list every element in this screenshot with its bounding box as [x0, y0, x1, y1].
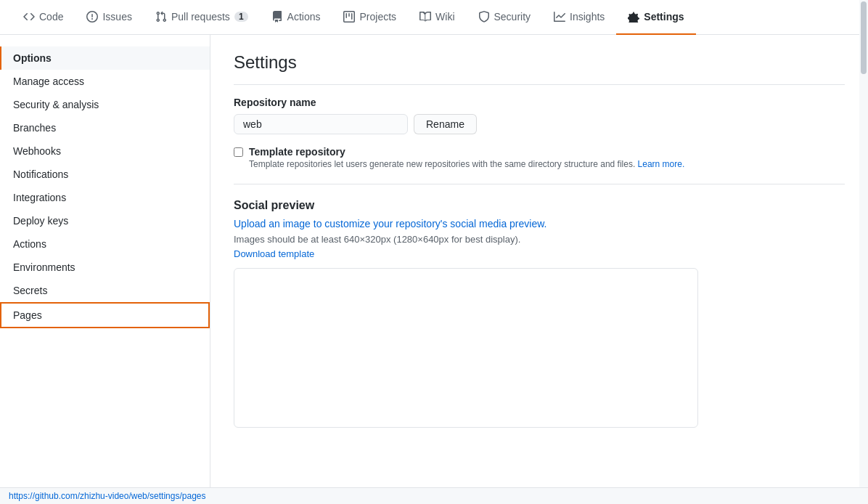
settings-icon [628, 11, 639, 23]
download-template-link[interactable]: Download template [234, 248, 314, 259]
repo-name-label: Repository name [234, 97, 845, 108]
security-icon [478, 11, 490, 23]
sidebar-item-webhooks[interactable]: Webhooks [0, 139, 210, 163]
nav-issues[interactable]: Issues [75, 0, 143, 35]
nav-actions[interactable]: Actions [260, 0, 332, 35]
sidebar: Options Manage access Security & analysi… [0, 35, 210, 504]
template-description: Template repositories let users generate… [249, 159, 684, 169]
sidebar-item-integrations-label: Integrations [13, 192, 66, 203]
nav-pull-requests[interactable]: Pull requests 1 [144, 0, 260, 35]
pr-badge: 1 [234, 12, 248, 22]
top-navigation: Code Issues Pull requests 1 Actions Proj… [0, 0, 868, 35]
sidebar-item-manage-access[interactable]: Manage access [0, 70, 210, 93]
sidebar-item-pages-label: Pages [13, 309, 42, 321]
template-desc-text: Template repositories let users generate… [249, 159, 635, 169]
sidebar-item-branches[interactable]: Branches [0, 116, 210, 139]
nav-insights-label: Insights [570, 11, 605, 23]
scrollbar-thumb[interactable] [861, 1, 867, 74]
content-wrapper: Options Manage access Security & analysi… [0, 35, 868, 504]
template-checkbox[interactable] [234, 147, 243, 157]
template-row: Template repository Template repositorie… [234, 146, 845, 169]
sidebar-item-environments-label: Environments [13, 261, 75, 273]
status-bar-url: https://github.com/zhizhu-video/web/sett… [9, 491, 206, 501]
actions-icon [271, 11, 283, 23]
issue-icon [86, 11, 98, 23]
nav-wiki-label: Wiki [435, 11, 454, 23]
sidebar-item-options-label: Options [13, 52, 52, 64]
repo-name-row: Rename [234, 114, 845, 134]
page-title: Settings [234, 52, 845, 85]
sidebar-item-security-analysis-label: Security & analysis [13, 99, 99, 110]
nav-insights[interactable]: Insights [542, 0, 616, 35]
pr-icon [155, 11, 167, 23]
repo-name-input[interactable] [234, 114, 408, 134]
section-divider [234, 184, 845, 184]
nav-security[interactable]: Security [467, 0, 543, 35]
sidebar-item-notifications[interactable]: Notifications [0, 163, 210, 186]
scrollbar[interactable] [859, 0, 868, 504]
nav-issues-label: Issues [102, 11, 131, 23]
projects-icon [343, 11, 355, 23]
wiki-icon [419, 11, 431, 23]
template-label: Template repository [249, 146, 684, 158]
sidebar-item-deploy-keys[interactable]: Deploy keys [0, 209, 210, 232]
insights-icon [554, 11, 565, 23]
sidebar-item-options[interactable]: Options [0, 46, 210, 70]
sidebar-item-manage-access-label: Manage access [13, 76, 84, 87]
sidebar-item-deploy-keys-label: Deploy keys [13, 215, 68, 227]
nav-security-label: Security [494, 11, 531, 23]
sidebar-item-actions[interactable]: Actions [0, 232, 210, 256]
nav-code-label: Code [39, 11, 63, 23]
template-learn-more-link[interactable]: Learn more. [638, 159, 685, 169]
sidebar-item-actions-label: Actions [13, 238, 46, 250]
sidebar-item-notifications-label: Notifications [13, 168, 68, 180]
social-preview-box [234, 268, 698, 428]
social-upload-text: Upload an image to customize your reposi… [234, 218, 845, 229]
nav-settings[interactable]: Settings [616, 0, 695, 35]
sidebar-item-secrets-label: Secrets [13, 285, 47, 296]
sidebar-item-branches-label: Branches [13, 122, 56, 134]
sidebar-item-environments[interactable]: Environments [0, 256, 210, 279]
sidebar-item-pages[interactable]: Pages [0, 302, 210, 328]
status-bar: https://github.com/zhizhu-video/web/sett… [0, 487, 868, 504]
social-desc: Images should be at least 640×320px (128… [234, 234, 845, 245]
main-content: Settings Repository name Rename Template… [210, 35, 868, 504]
code-icon [23, 11, 35, 23]
nav-projects-label: Projects [359, 11, 396, 23]
nav-actions-label: Actions [287, 11, 321, 23]
sidebar-item-secrets[interactable]: Secrets [0, 279, 210, 302]
sidebar-item-security-analysis[interactable]: Security & analysis [0, 93, 210, 116]
nav-projects[interactable]: Projects [332, 0, 408, 35]
nav-code[interactable]: Code [12, 0, 75, 35]
nav-pr-label: Pull requests [171, 11, 230, 23]
sidebar-item-integrations[interactable]: Integrations [0, 186, 210, 209]
social-preview-title: Social preview [234, 199, 845, 212]
nav-settings-label: Settings [644, 11, 684, 23]
nav-wiki[interactable]: Wiki [408, 0, 466, 35]
sidebar-item-webhooks-label: Webhooks [13, 145, 61, 157]
rename-button[interactable]: Rename [414, 114, 477, 134]
